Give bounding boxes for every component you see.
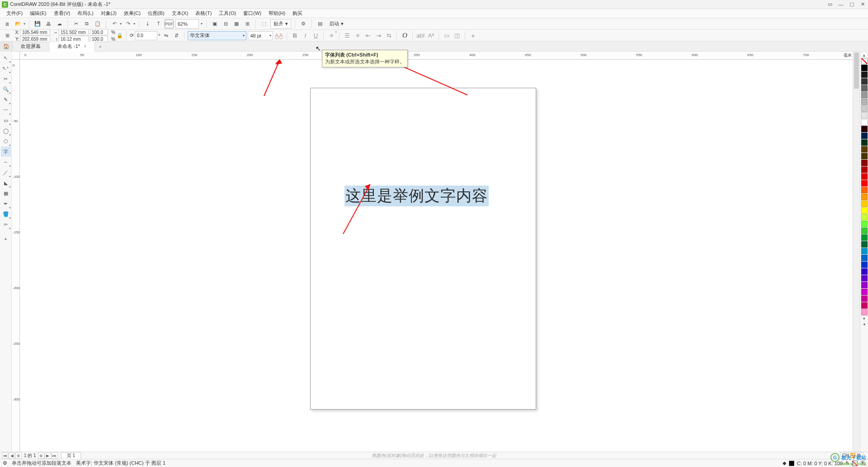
- pdf-dropdown[interactable]: PDF: [165, 19, 174, 29]
- abc-button[interactable]: abI: [416, 31, 425, 40]
- menu-tools[interactable]: 工具(O): [215, 10, 240, 17]
- color-swatch[interactable]: [861, 139, 868, 146]
- cut-icon[interactable]: ✂: [71, 19, 80, 29]
- connector-tool-icon[interactable]: ／: [1, 167, 11, 177]
- menu-table[interactable]: 表格(T): [192, 10, 215, 17]
- options-icon[interactable]: ⚙: [299, 19, 308, 29]
- copy-icon[interactable]: ⧉: [82, 19, 91, 29]
- nav-last-icon[interactable]: ⏭: [52, 453, 58, 459]
- indent-inc-icon[interactable]: ⇥: [374, 31, 383, 40]
- color-swatch[interactable]: [861, 275, 868, 281]
- color-swatch[interactable]: [861, 302, 868, 309]
- menu-edit[interactable]: 编辑(E): [26, 10, 50, 17]
- undo-dropdown[interactable]: ↶▾: [110, 19, 122, 29]
- snap-dropdown[interactable]: 贴齐▾: [270, 19, 291, 29]
- show-rulers-icon[interactable]: ⊟: [221, 19, 230, 29]
- polygon-tool-icon[interactable]: ⬠: [1, 136, 11, 146]
- nav-add-right-icon[interactable]: ⊕: [38, 453, 44, 459]
- vertical-scrollbar[interactable]: [853, 52, 860, 452]
- maximize-icon[interactable]: ▢: [848, 1, 855, 8]
- artistic-text[interactable]: 这里是举例文字内容: [344, 186, 489, 206]
- color-swatch[interactable]: [861, 167, 868, 173]
- eyedropper-tool-icon[interactable]: ✒: [1, 199, 11, 209]
- presets-icon[interactable]: ⊞: [3, 31, 12, 40]
- color-swatch[interactable]: [861, 255, 868, 261]
- color-swatch[interactable]: [861, 105, 868, 112]
- show-guide-icon[interactable]: ⊞: [243, 19, 252, 29]
- artistic-tool-icon[interactable]: 〰: [1, 105, 11, 115]
- ruler-origin[interactable]: [12, 52, 20, 60]
- cloud-icon[interactable]: ☁: [55, 19, 64, 29]
- color-swatch[interactable]: [861, 119, 868, 125]
- color-swatch[interactable]: [861, 214, 868, 220]
- indent-dec-icon[interactable]: ⇤: [363, 31, 373, 40]
- inc-font-icon[interactable]: A̲A̲: [274, 31, 283, 40]
- color-swatch[interactable]: [861, 241, 868, 248]
- italic-button[interactable]: I: [301, 31, 310, 40]
- menu-help[interactable]: 帮助(H): [265, 10, 289, 17]
- lock-ratio-icon[interactable]: 🔒: [117, 30, 123, 42]
- tab-document[interactable]: 未命名 -1*×: [49, 42, 95, 52]
- redo-icon[interactable]: ↷: [123, 19, 132, 29]
- color-swatch[interactable]: [861, 133, 868, 139]
- bold-button[interactable]: B: [290, 31, 299, 40]
- minimize-icon[interactable]: —: [837, 1, 844, 8]
- color-swatch[interactable]: [861, 99, 868, 105]
- char-button[interactable]: Aª: [426, 31, 435, 40]
- ellipse-tool-icon[interactable]: ◯: [1, 126, 11, 136]
- menu-text[interactable]: 文本(X): [168, 10, 192, 17]
- home-button[interactable]: 🏠: [0, 42, 13, 52]
- color-swatch[interactable]: [861, 78, 868, 85]
- color-swatch[interactable]: [861, 309, 868, 315]
- color-swatch[interactable]: [861, 207, 868, 214]
- palette-up-icon[interactable]: ▴: [861, 52, 868, 58]
- page-viewport[interactable]: 这里是举例文字内容: [20, 60, 853, 452]
- color-swatch[interactable]: [861, 234, 868, 241]
- menu-buy[interactable]: 购买: [289, 10, 306, 17]
- new-doc-icon[interactable]: 🗎: [3, 19, 12, 29]
- ruler-horizontal[interactable]: 毫米 0501001502002503003504004505005506006…: [20, 52, 853, 60]
- tab-add-button[interactable]: +: [96, 43, 105, 51]
- color-swatch[interactable]: [861, 85, 868, 91]
- w-input[interactable]: 151.502 mm: [59, 29, 89, 35]
- tab-close-icon[interactable]: ×: [84, 44, 86, 49]
- menu-object[interactable]: 对象(J): [97, 10, 120, 17]
- color-swatch[interactable]: [861, 268, 868, 275]
- list-number-icon[interactable]: ≡: [353, 31, 362, 40]
- mirror-v-icon[interactable]: ⇵: [172, 31, 181, 40]
- select-icon[interactable]: ⬚: [259, 19, 269, 29]
- columns-icon[interactable]: ◫: [453, 31, 462, 40]
- fill-color-chip[interactable]: [789, 461, 794, 466]
- outline-tool-icon[interactable]: ✑: [1, 219, 11, 229]
- color-swatch[interactable]: [861, 112, 868, 119]
- menu-view[interactable]: 查看(V): [50, 10, 74, 17]
- sx-input[interactable]: 100.0: [90, 29, 108, 35]
- rotate-input[interactable]: 0.0: [135, 31, 157, 40]
- text-frame-icon[interactable]: ▭: [442, 31, 451, 40]
- palette-down-icon[interactable]: ▾: [861, 316, 868, 321]
- pdf-icon[interactable]: PDF: [165, 19, 174, 29]
- redo-dropdown[interactable]: ↷▾: [123, 19, 135, 29]
- list-bullet-icon[interactable]: ☰: [343, 31, 352, 40]
- color-swatch[interactable]: [861, 248, 868, 254]
- ruler-vertical[interactable]: 0-50-100-150-200-250-300-350-400-450-500: [12, 60, 20, 452]
- no-color-swatch[interactable]: [861, 58, 868, 64]
- color-swatch[interactable]: [861, 187, 868, 193]
- nav-prev-icon[interactable]: ◀: [9, 453, 15, 459]
- color-swatch[interactable]: [861, 126, 868, 132]
- color-swatch[interactable]: [861, 71, 868, 78]
- gear-icon[interactable]: ⚙: [3, 460, 7, 466]
- zoom-input[interactable]: 62%: [175, 19, 199, 29]
- nav-next-icon[interactable]: ▶: [45, 453, 51, 459]
- dropcap-button[interactable]: O: [400, 31, 409, 40]
- menu-file[interactable]: 文件(F): [3, 10, 26, 17]
- print-icon[interactable]: 🖶: [44, 19, 53, 29]
- tab-icon[interactable]: ⇆: [384, 31, 393, 40]
- color-swatch[interactable]: [861, 92, 868, 98]
- tab-welcome[interactable]: 欢迎屏幕: [13, 42, 49, 52]
- color-swatch[interactable]: [861, 295, 868, 302]
- open-doc-dropdown[interactable]: 📂▾: [14, 19, 25, 29]
- pick-tool-icon[interactable]: ↖: [1, 53, 11, 63]
- x-input[interactable]: 105.549 mm: [20, 29, 50, 35]
- expand-tool-icon[interactable]: +: [1, 234, 11, 244]
